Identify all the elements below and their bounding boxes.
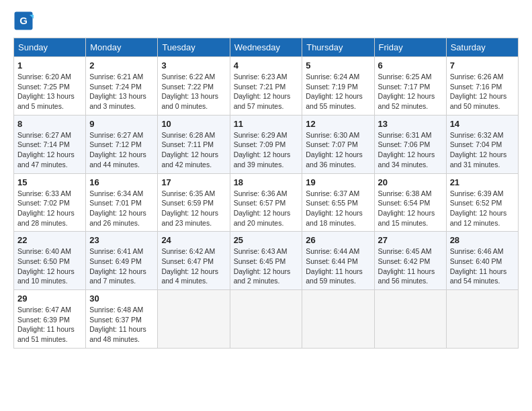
cell-info: Sunrise: 6:39 AMSunset: 6:52 PMDaylight:… [450, 189, 515, 228]
calendar-cell: 1Sunrise: 6:20 AMSunset: 7:25 PMDaylight… [14, 57, 86, 116]
calendar-header-row: SundayMondayTuesdayWednesdayThursdayFrid… [14, 38, 519, 57]
calendar-cell: 21Sunrise: 6:39 AMSunset: 6:52 PMDayligh… [446, 173, 518, 232]
calendar-cell [230, 290, 302, 349]
calendar-cell: 5Sunrise: 6:24 AMSunset: 7:19 PMDaylight… [302, 57, 374, 116]
cell-info: Sunrise: 6:30 AMSunset: 7:07 PMDaylight:… [306, 130, 370, 170]
calendar-cell: 13Sunrise: 6:31 AMSunset: 7:06 PMDayligh… [374, 115, 446, 173]
cell-info: Sunrise: 6:22 AMSunset: 7:22 PMDaylight:… [161, 72, 226, 111]
calendar-cell: 18Sunrise: 6:36 AMSunset: 6:57 PMDayligh… [230, 173, 302, 232]
day-number: 11 [234, 119, 299, 129]
cell-info: Sunrise: 6:46 AMSunset: 6:40 PMDaylight:… [450, 246, 515, 286]
cell-info: Sunrise: 6:24 AMSunset: 7:19 PMDaylight:… [306, 72, 370, 111]
calendar-cell: 30Sunrise: 6:48 AMSunset: 6:37 PMDayligh… [86, 290, 158, 349]
day-number: 25 [234, 235, 299, 245]
calendar-week-4: 22Sunrise: 6:40 AMSunset: 6:50 PMDayligh… [14, 232, 519, 290]
column-header-sunday: Sunday [14, 38, 86, 57]
cell-info: Sunrise: 6:20 AMSunset: 7:25 PMDaylight:… [17, 72, 82, 111]
calendar-cell: 20Sunrise: 6:38 AMSunset: 6:54 PMDayligh… [374, 173, 446, 232]
calendar-cell: 3Sunrise: 6:22 AMSunset: 7:22 PMDaylight… [158, 57, 230, 116]
day-number: 19 [306, 177, 370, 187]
column-header-thursday: Thursday [302, 38, 374, 57]
day-number: 9 [89, 119, 154, 129]
calendar-cell: 17Sunrise: 6:35 AMSunset: 6:59 PMDayligh… [158, 173, 230, 232]
day-number: 10 [161, 119, 226, 129]
cell-info: Sunrise: 6:36 AMSunset: 6:57 PMDaylight:… [234, 189, 299, 228]
cell-info: Sunrise: 6:21 AMSunset: 7:24 PMDaylight:… [89, 72, 154, 111]
calendar-cell: 7Sunrise: 6:26 AMSunset: 7:16 PMDaylight… [446, 57, 518, 116]
column-header-wednesday: Wednesday [230, 38, 302, 57]
calendar-cell: 28Sunrise: 6:46 AMSunset: 6:40 PMDayligh… [446, 232, 518, 290]
cell-info: Sunrise: 6:27 AMSunset: 7:12 PMDaylight:… [89, 130, 154, 170]
day-number: 29 [17, 293, 82, 304]
day-number: 22 [17, 235, 82, 245]
cell-info: Sunrise: 6:33 AMSunset: 7:02 PMDaylight:… [17, 189, 82, 228]
day-number: 7 [450, 60, 515, 71]
cell-info: Sunrise: 6:25 AMSunset: 7:17 PMDaylight:… [378, 72, 443, 111]
day-number: 13 [378, 119, 443, 129]
calendar-cell: 24Sunrise: 6:42 AMSunset: 6:47 PMDayligh… [158, 232, 230, 290]
calendar-cell: 25Sunrise: 6:43 AMSunset: 6:45 PMDayligh… [230, 232, 302, 290]
calendar-cell [446, 290, 518, 349]
day-number: 20 [378, 177, 443, 187]
calendar-cell [158, 290, 230, 349]
svg-text:G: G [19, 15, 28, 26]
day-number: 28 [450, 235, 515, 245]
day-number: 1 [17, 60, 82, 71]
cell-info: Sunrise: 6:34 AMSunset: 7:01 PMDaylight:… [89, 189, 154, 228]
calendar-cell: 26Sunrise: 6:44 AMSunset: 6:44 PMDayligh… [302, 232, 374, 290]
day-number: 16 [89, 177, 154, 187]
day-number: 30 [89, 293, 154, 304]
column-header-friday: Friday [374, 38, 446, 57]
column-header-monday: Monday [86, 38, 158, 57]
calendar-week-3: 15Sunrise: 6:33 AMSunset: 7:02 PMDayligh… [14, 173, 519, 232]
calendar-cell: 16Sunrise: 6:34 AMSunset: 7:01 PMDayligh… [86, 173, 158, 232]
calendar-table: SundayMondayTuesdayWednesdayThursdayFrid… [13, 38, 519, 349]
calendar-week-5: 29Sunrise: 6:47 AMSunset: 6:39 PMDayligh… [14, 290, 519, 349]
calendar-cell: 12Sunrise: 6:30 AMSunset: 7:07 PMDayligh… [302, 115, 374, 173]
calendar-cell: 15Sunrise: 6:33 AMSunset: 7:02 PMDayligh… [14, 173, 86, 232]
cell-info: Sunrise: 6:37 AMSunset: 6:55 PMDaylight:… [306, 189, 370, 228]
calendar-cell: 22Sunrise: 6:40 AMSunset: 6:50 PMDayligh… [14, 232, 86, 290]
calendar-cell: 27Sunrise: 6:45 AMSunset: 6:42 PMDayligh… [374, 232, 446, 290]
cell-info: Sunrise: 6:32 AMSunset: 7:04 PMDaylight:… [450, 130, 515, 170]
day-number: 23 [89, 235, 154, 245]
column-header-tuesday: Tuesday [158, 38, 230, 57]
day-number: 14 [450, 119, 515, 129]
cell-info: Sunrise: 6:41 AMSunset: 6:49 PMDaylight:… [89, 246, 154, 286]
day-number: 3 [161, 60, 226, 71]
cell-info: Sunrise: 6:43 AMSunset: 6:45 PMDaylight:… [234, 246, 299, 286]
cell-info: Sunrise: 6:23 AMSunset: 7:21 PMDaylight:… [234, 72, 299, 111]
calendar-cell: 4Sunrise: 6:23 AMSunset: 7:21 PMDaylight… [230, 57, 302, 116]
calendar-week-1: 1Sunrise: 6:20 AMSunset: 7:25 PMDaylight… [14, 57, 519, 116]
cell-info: Sunrise: 6:28 AMSunset: 7:11 PMDaylight:… [161, 130, 226, 170]
calendar-cell: 23Sunrise: 6:41 AMSunset: 6:49 PMDayligh… [86, 232, 158, 290]
day-number: 12 [306, 119, 370, 129]
day-number: 15 [17, 177, 82, 187]
day-number: 18 [234, 177, 299, 187]
page-header: G [13, 11, 519, 31]
day-number: 4 [234, 60, 299, 71]
calendar-cell: 14Sunrise: 6:32 AMSunset: 7:04 PMDayligh… [446, 115, 518, 173]
logo-icon: G [13, 11, 34, 31]
cell-info: Sunrise: 6:35 AMSunset: 6:59 PMDaylight:… [161, 189, 226, 228]
calendar-cell: 2Sunrise: 6:21 AMSunset: 7:24 PMDaylight… [86, 57, 158, 116]
calendar-cell [302, 290, 374, 349]
cell-info: Sunrise: 6:47 AMSunset: 6:39 PMDaylight:… [17, 305, 82, 345]
calendar-cell: 19Sunrise: 6:37 AMSunset: 6:55 PMDayligh… [302, 173, 374, 232]
day-number: 8 [17, 119, 82, 129]
calendar-cell: 11Sunrise: 6:29 AMSunset: 7:09 PMDayligh… [230, 115, 302, 173]
calendar-week-2: 8Sunrise: 6:27 AMSunset: 7:14 PMDaylight… [14, 115, 519, 173]
cell-info: Sunrise: 6:31 AMSunset: 7:06 PMDaylight:… [378, 130, 443, 170]
cell-info: Sunrise: 6:27 AMSunset: 7:14 PMDaylight:… [17, 130, 82, 170]
cell-info: Sunrise: 6:38 AMSunset: 6:54 PMDaylight:… [378, 189, 443, 228]
day-number: 27 [378, 235, 443, 245]
column-header-saturday: Saturday [446, 38, 518, 57]
day-number: 6 [378, 60, 443, 71]
day-number: 2 [89, 60, 154, 71]
cell-info: Sunrise: 6:44 AMSunset: 6:44 PMDaylight:… [306, 246, 370, 286]
cell-info: Sunrise: 6:29 AMSunset: 7:09 PMDaylight:… [234, 130, 299, 170]
calendar-cell: 29Sunrise: 6:47 AMSunset: 6:39 PMDayligh… [14, 290, 86, 349]
calendar-cell [374, 290, 446, 349]
day-number: 24 [161, 235, 226, 245]
calendar-cell: 6Sunrise: 6:25 AMSunset: 7:17 PMDaylight… [374, 57, 446, 116]
